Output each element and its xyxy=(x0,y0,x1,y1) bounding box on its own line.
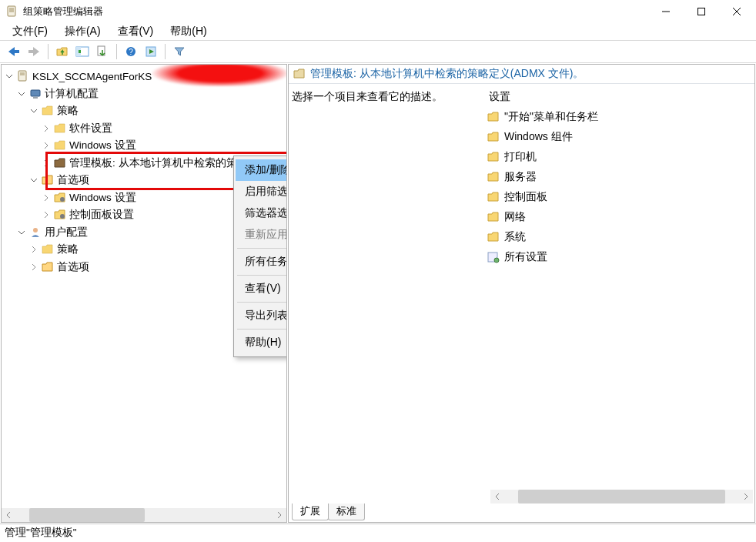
scroll-left-arrow-icon[interactable] xyxy=(490,490,504,504)
help-button[interactable]: ? xyxy=(122,42,140,61)
expand-icon[interactable] xyxy=(29,176,38,185)
menu-view[interactable]: 查看(V) xyxy=(110,23,162,40)
list-item[interactable]: 所有设置 xyxy=(487,247,754,267)
nav-back-button[interactable] xyxy=(5,42,23,61)
svg-rect-18 xyxy=(18,71,26,81)
scroll-right-arrow-icon[interactable] xyxy=(739,490,753,504)
tree-label: Windows 设置 xyxy=(69,139,136,152)
folder-icon xyxy=(42,261,54,273)
folder-icon xyxy=(487,111,500,123)
cm-enable-filter[interactable]: 启用筛选器(F) xyxy=(236,181,287,202)
list-item[interactable]: 网络 xyxy=(487,207,754,227)
list-item[interactable]: 服务器 xyxy=(487,167,754,187)
tree-computer-config[interactable]: 计算机配置 xyxy=(5,85,286,103)
expand-icon[interactable] xyxy=(29,245,38,254)
expand-icon[interactable] xyxy=(42,210,51,219)
expand-icon[interactable] xyxy=(42,141,51,150)
policy-doc-icon xyxy=(17,70,29,82)
up-level-button[interactable] xyxy=(53,42,72,61)
svg-rect-9 xyxy=(28,50,34,53)
details-pane: 管理模板: 从本地计算机中检索的策略定义(ADMX 文件)。 选择一个项目来查看… xyxy=(288,64,755,523)
list-item-label: 控制面板 xyxy=(504,190,547,204)
show-hide-tree-button[interactable] xyxy=(73,42,92,61)
app-icon xyxy=(6,5,18,18)
folder-icon xyxy=(42,174,54,186)
scroll-thumb[interactable] xyxy=(29,508,145,522)
tree-label: 控制面板设置 xyxy=(69,208,134,222)
tree-label: Windows 设置 xyxy=(69,191,136,205)
tab-extended[interactable]: 扩展 xyxy=(292,504,329,520)
list-item-label: Windows 组件 xyxy=(504,130,573,144)
list-item-label: 所有设置 xyxy=(504,250,547,264)
cm-all-tasks[interactable]: 所有任务(K) ▶ xyxy=(236,251,287,273)
context-menu: 添加/删除模板(A)... 启用筛选器(F) 筛选器选项(O)... 重新应用筛… xyxy=(233,156,287,357)
scroll-left-arrow-icon[interactable] xyxy=(2,508,15,522)
nav-forward-button[interactable] xyxy=(25,42,43,61)
menu-file[interactable]: 文件(F) xyxy=(5,23,55,40)
details-horizontal-scrollbar[interactable] xyxy=(490,490,753,504)
close-button[interactable] xyxy=(719,0,754,23)
filter-button[interactable] xyxy=(170,42,189,61)
list-item-label: "开始"菜单和任务栏 xyxy=(504,110,598,124)
window-title: 组策略管理编辑器 xyxy=(23,5,648,18)
properties-button[interactable] xyxy=(142,42,160,61)
menu-bar: 文件(F) 操作(A) 查看(V) 帮助(H) xyxy=(0,23,756,40)
cm-filter-options[interactable]: 筛选器选项(O)... xyxy=(236,202,287,224)
status-bar: 管理"管理模板" xyxy=(0,524,756,540)
folder-icon xyxy=(487,231,500,243)
folder-gear-icon xyxy=(54,209,66,221)
svg-point-27 xyxy=(494,258,499,263)
tree-policy[interactable]: 策略 xyxy=(5,102,286,120)
menu-separator xyxy=(237,302,287,303)
list-item[interactable]: 系统 xyxy=(487,227,754,247)
folder-icon xyxy=(42,243,54,256)
expand-icon[interactable] xyxy=(42,159,51,168)
tree-label: 软件设置 xyxy=(69,122,112,136)
folder-icon xyxy=(54,122,66,135)
window-controls xyxy=(648,0,754,23)
folder-icon xyxy=(487,151,500,163)
list-item[interactable]: 打印机 xyxy=(487,147,754,167)
svg-rect-5 xyxy=(698,8,705,15)
expand-icon[interactable] xyxy=(17,89,26,99)
menu-action[interactable]: 操作(A) xyxy=(57,23,109,40)
cm-view[interactable]: 查看(V) ▶ xyxy=(236,278,287,299)
tree-horizontal-scrollbar[interactable] xyxy=(2,508,286,522)
svg-text:?: ? xyxy=(129,48,133,56)
cm-export-list[interactable]: 导出列表(L)... xyxy=(236,305,287,326)
folder-icon xyxy=(487,191,500,203)
tree-pane: KSLX_SCCMAgentForKS 计算机配置 策略 软件设置 xyxy=(1,64,287,523)
expand-icon[interactable] xyxy=(42,124,51,133)
svg-rect-12 xyxy=(79,50,81,53)
svg-point-25 xyxy=(33,228,38,233)
maximize-button[interactable] xyxy=(684,0,719,23)
details-tabs: 扩展 标准 xyxy=(292,505,364,520)
cm-add-remove-templates[interactable]: 添加/删除模板(A)... xyxy=(236,159,287,181)
expand-icon[interactable] xyxy=(29,263,38,272)
computer-icon xyxy=(29,88,42,100)
menu-help[interactable]: 帮助(H) xyxy=(162,23,214,40)
settings-list[interactable]: "开始"菜单和任务栏 Windows 组件 打印机 服务器 控制面板 网络 系统… xyxy=(487,107,754,267)
tree-label: 策略 xyxy=(57,243,79,256)
expand-icon[interactable] xyxy=(29,106,38,115)
list-item[interactable]: 控制面板 xyxy=(487,187,754,207)
svg-point-23 xyxy=(60,197,65,202)
tree-software-settings[interactable]: 软件设置 xyxy=(5,120,286,138)
scroll-thumb[interactable] xyxy=(518,490,725,504)
expand-icon[interactable] xyxy=(5,72,14,81)
all-settings-icon xyxy=(487,251,500,263)
expand-icon[interactable] xyxy=(17,228,26,237)
minimize-button[interactable] xyxy=(648,0,684,23)
list-item-label: 服务器 xyxy=(504,170,537,184)
expand-icon[interactable] xyxy=(42,193,51,202)
svg-rect-21 xyxy=(31,90,40,96)
export-list-button[interactable] xyxy=(93,42,112,61)
settings-column: 设置 "开始"菜单和任务栏 Windows 组件 打印机 服务器 控制面板 网络… xyxy=(487,90,754,522)
list-item[interactable]: Windows 组件 xyxy=(487,127,754,147)
tree-windows-settings[interactable]: Windows 设置 xyxy=(5,137,286,155)
scroll-right-arrow-icon[interactable] xyxy=(273,508,286,522)
tab-standard[interactable]: 标准 xyxy=(328,504,365,520)
list-item[interactable]: "开始"菜单和任务栏 xyxy=(487,107,754,127)
tree-label: 管理模板: 从本地计算机中检索的策略定 xyxy=(69,156,259,170)
cm-help[interactable]: 帮助(H) xyxy=(236,332,287,353)
